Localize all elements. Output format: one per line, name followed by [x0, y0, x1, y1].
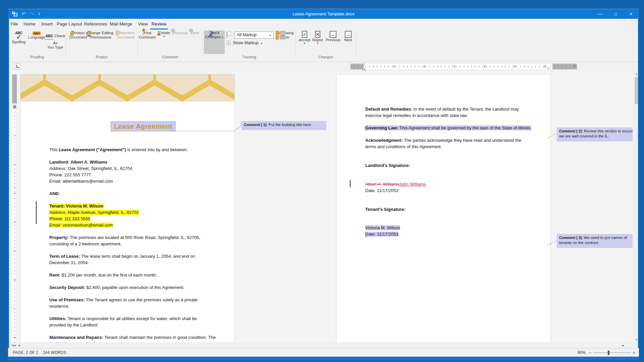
right-indent-marker[interactable] [547, 67, 550, 69]
vertical-scrollbar[interactable]: ▲ ▼ [634, 71, 638, 343]
ruler-mark: 8 [13, 336, 16, 340]
paragraph-tenant-signature: Tenant's Signature: [365, 206, 550, 213]
tab-review[interactable]: Review [150, 19, 168, 29]
first-line-indent-marker[interactable] [362, 63, 366, 66]
paragraph-landlord-name-tracked-change: Albert A. WilliamsJohn Williams Date: 11… [365, 181, 550, 194]
ruler-mark: 4 [13, 221, 16, 224]
hexagon-banner [20, 74, 234, 102]
zoom-out-button[interactable]: − [589, 348, 591, 357]
group-label-changes: Changes [306, 55, 346, 60]
zoom-in-button[interactable]: + [633, 348, 635, 357]
ruler-mark: 7 [13, 307, 16, 311]
range-editing-permissions-icon [89, 31, 89, 35]
paragraph-and: AND [49, 190, 234, 197]
accept-check-icon: ✓ [302, 31, 308, 38]
scroll-up-icon[interactable]: ▲ [634, 73, 638, 75]
paragraph-tenant-highlighted: Tenant: Victoria M. Wilson Address: Mapl… [49, 203, 234, 228]
ruler-mark: 3 [13, 192, 16, 195]
track-changes-icon [209, 30, 210, 35]
tab-page-layout[interactable]: Page Layout [56, 19, 83, 29]
group-label-comment: Comment [150, 55, 190, 60]
scroll-down-icon[interactable]: ▼ [634, 339, 638, 341]
paragraph-landlord: Landlord: Albert A. Williams Address: Oa… [49, 159, 234, 184]
paragraph-governing-law: Governing Law: This Agreement shall be g… [365, 125, 550, 131]
vertical-ruler[interactable]: 0 1 2 3 4 5 6 7 8 [12, 74, 17, 343]
horizontal-ruler[interactable]: 1 2 3 4 5 6 7 [351, 64, 577, 69]
zoom-slider-thumb[interactable] [608, 351, 609, 355]
tab-stop-selector[interactable] [15, 63, 20, 69]
group-label-protect: Protect [82, 55, 122, 60]
tab-home[interactable]: Home [21, 19, 38, 29]
window-title: Lease-Agreement-Template.docx [8, 9, 639, 19]
window-controls: — □ ✕ [597, 9, 634, 19]
markup-view-select[interactable]: All Markup ▼ [234, 32, 274, 39]
change-bar [350, 180, 351, 187]
minimize-button[interactable]: — [597, 12, 603, 16]
document-page-1[interactable]: Lease Agreement This Lease Agreement ("A… [20, 74, 234, 343]
comment-1[interactable]: Comment [ 1]: Put the building title her… [241, 121, 326, 130]
zoom-slider-track[interactable] [593, 353, 631, 353]
delete-comment-button[interactable]: ✕ Delete ▼ [156, 31, 172, 38]
inserted-text: John Williams [399, 182, 426, 187]
titlebar: ↶ ↷ ▼ Lease-Agreement-Template.docx — □ … [8, 9, 639, 19]
window-right-edge [638, 19, 639, 357]
markup-copy-icon[interactable] [226, 32, 227, 38]
ruler-mark: 4 [483, 64, 487, 68]
scroll-left-icon[interactable]: ◀ [16, 343, 22, 348]
previous-comment-button[interactable]: ↑ Previous [172, 31, 188, 35]
paragraph-deposit: Security Deposit: $2,400, payable upon e… [49, 284, 234, 291]
check-as-you-type-button[interactable]: ABC Check As You Type [45, 31, 65, 50]
tab-mail-merge[interactable]: Mail Merge [108, 19, 135, 29]
vertical-scrollbar-thumb[interactable] [635, 77, 638, 104]
maximize-button[interactable]: □ [612, 12, 619, 16]
paragraph-tenant-name-highlighted: Victoria M. Wilson Date: 11/17/2053 [365, 225, 550, 237]
close-button[interactable]: ✕ [628, 12, 634, 16]
unprotect-document-button[interactable]: ✕ Unprotect Document [113, 31, 139, 40]
status-bar: PAGE: 2 OF 2 244 WORDS 90% − + [8, 348, 639, 357]
reviewing-pane-button[interactable]: → Reviewing Pane [274, 31, 296, 40]
horizontal-scrollbar-thumb[interactable] [12, 345, 16, 346]
document-area: 0 1 2 3 4 5 6 7 8 [9, 71, 638, 343]
paragraph-use: Use of Premises: The Tenant agrees to us… [49, 297, 234, 309]
previous-change-button[interactable]: ← Previous [324, 31, 342, 42]
lock-icon [87, 33, 91, 36]
ruler-mark: 6 [13, 278, 16, 282]
reject-change-button[interactable]: ✕ Reject ▼ [310, 31, 325, 45]
desktop: ↶ ↷ ▼ Lease-Agreement-Template.docx — □ … [0, 0, 644, 362]
range-editing-permissions-button[interactable]: Range Editing Permissions [88, 31, 114, 40]
hanging-indent-marker[interactable] [362, 67, 366, 69]
document-page-2[interactable]: Default and Remedies: In the event of de… [336, 74, 550, 343]
group-separator [138, 32, 138, 57]
ruler-mark: 5 [513, 64, 517, 68]
paragraph-default-remedies: Default and Remedies: In the event of de… [365, 106, 550, 119]
page-indicator: PAGE: 2 OF 2 [13, 348, 38, 357]
horizontal-scrollbar[interactable]: ◀ ▶ [9, 343, 638, 348]
combo-caret-icon: ▼ [269, 34, 271, 37]
group-label-tracking: Tracking [229, 55, 269, 60]
language-button[interactable]: ABC Language [28, 31, 45, 40]
group-separator [296, 32, 296, 57]
spelling-button[interactable]: ABC ✓ Spelling [10, 31, 28, 44]
tab-references[interactable]: References [83, 19, 108, 29]
reject-cross-icon: ✕ [315, 31, 321, 38]
comment-3[interactable]: Comment [ 3]: We need to put names of te… [557, 234, 633, 248]
paragraph-intro: This Lease Agreement ("Agreement") is en… [49, 146, 234, 153]
track-changes-button[interactable]: Track Changes▼ [204, 31, 225, 54]
ruler-mark: 2 [422, 64, 426, 68]
scroll-right-icon[interactable]: ▶ [621, 343, 626, 348]
comment-2[interactable]: Comment [ 2]: Review this section to ens… [557, 127, 633, 141]
ribbon-tab-row: File Home Insert Page Layout References … [9, 19, 638, 29]
document-title: Lease Agreement [49, 121, 234, 131]
group-separator [66, 32, 66, 57]
next-comment-icon: ↓ [191, 31, 191, 35]
tab-file[interactable]: File [9, 19, 20, 29]
comment-anchor-bracket [364, 127, 367, 130]
new-comment-button[interactable]: ✱ New Comment [139, 31, 156, 40]
show-markup-button[interactable]: Show Markup ▼ [233, 41, 263, 45]
tab-insert[interactable]: Insert [39, 19, 55, 29]
previous-change-icon: ← [330, 31, 336, 38]
next-comment-button[interactable]: ↓ Next [188, 31, 202, 35]
reject-dropdown-icon[interactable]: ▼ [310, 42, 325, 45]
next-change-button[interactable]: → Next [341, 31, 356, 42]
paragraph-property: Property: The premises are located at 50… [49, 234, 234, 247]
